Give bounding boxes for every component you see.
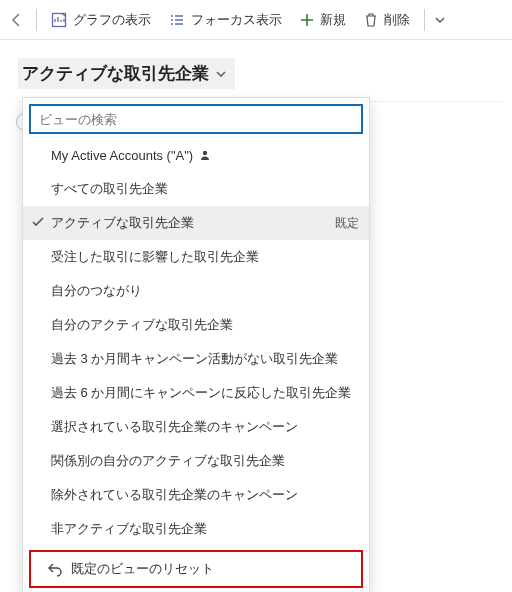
reset-default-view-button[interactable]: 既定のビューのリセット	[31, 552, 361, 586]
trash-icon	[364, 13, 378, 27]
delete-button[interactable]: 削除	[356, 4, 418, 36]
view-selector[interactable]: アクティブな取引先企業	[18, 58, 235, 89]
focus-view-button[interactable]: フォーカス表示	[161, 4, 290, 36]
reset-icon	[47, 561, 63, 577]
focus-view-label: フォーカス表示	[191, 11, 282, 29]
view-option[interactable]: 非アクティブな取引先企業	[23, 512, 369, 546]
view-option[interactable]: 受注した取引に影響した取引先企業	[23, 240, 369, 274]
view-option-label: 非アクティブな取引先企業	[51, 520, 207, 538]
new-label: 新規	[320, 11, 346, 29]
chevron-down-icon	[215, 68, 227, 80]
view-option-label: My Active Accounts ("A")	[51, 148, 193, 163]
show-chart-label: グラフの表示	[73, 11, 151, 29]
view-option-label: すべての取引先企業	[51, 180, 168, 198]
new-button[interactable]: 新規	[292, 4, 354, 36]
delete-label: 削除	[384, 11, 410, 29]
chevron-down-icon	[434, 14, 446, 26]
back-button[interactable]	[4, 7, 30, 33]
view-option-label: 除外されている取引先企業のキャンペーン	[51, 486, 298, 504]
view-search-wrap	[23, 98, 369, 138]
chart-icon	[51, 12, 67, 28]
view-list: My Active Accounts ("A")すべての取引先企業アクティブな取…	[23, 138, 369, 546]
view-option[interactable]: 過去 6 か月間にキャンペーンに反応した取引先企業	[23, 376, 369, 410]
check-icon	[31, 215, 45, 232]
view-option[interactable]: 関係別の自分のアクティブな取引先企業	[23, 444, 369, 478]
back-arrow-icon	[9, 12, 25, 28]
view-option[interactable]: 自分のつながり	[23, 274, 369, 308]
view-selector-row: アクティブな取引先企業	[0, 40, 512, 97]
delete-split-chevron[interactable]	[431, 14, 449, 26]
view-option[interactable]: アクティブな取引先企業既定	[23, 206, 369, 240]
toolbar-separator	[424, 9, 425, 31]
reset-default-view-label: 既定のビューのリセット	[71, 560, 214, 578]
show-chart-button[interactable]: グラフの表示	[43, 4, 159, 36]
person-icon	[199, 149, 211, 161]
view-option-label: 自分のつながり	[51, 282, 142, 300]
toolbar-separator	[36, 9, 37, 31]
view-option-label: 選択されている取引先企業のキャンペーン	[51, 418, 298, 436]
command-bar: グラフの表示 フォーカス表示 新規 削除	[0, 0, 512, 40]
view-option-label: 受注した取引に影響した取引先企業	[51, 248, 259, 266]
view-option-label: 関係別の自分のアクティブな取引先企業	[51, 452, 285, 470]
view-option-label: アクティブな取引先企業	[51, 214, 194, 232]
view-option[interactable]: 過去 3 か月間キャンペーン活動がない取引先企業	[23, 342, 369, 376]
view-option[interactable]: 除外されている取引先企業のキャンペーン	[23, 478, 369, 512]
view-option-label: 過去 6 か月間にキャンペーンに反応した取引先企業	[51, 384, 351, 402]
svg-point-1	[203, 151, 207, 155]
view-title-text: アクティブな取引先企業	[22, 62, 209, 85]
view-option-label: 自分のアクティブな取引先企業	[51, 316, 233, 334]
view-option[interactable]: 選択されている取引先企業のキャンペーン	[23, 410, 369, 444]
view-option[interactable]: 自分のアクティブな取引先企業	[23, 308, 369, 342]
reset-default-view-highlight: 既定のビューのリセット	[29, 550, 363, 588]
view-option[interactable]: My Active Accounts ("A")	[23, 138, 369, 172]
content-area: My Active Accounts ("A")すべての取引先企業アクティブな取…	[0, 97, 512, 141]
view-option[interactable]: すべての取引先企業	[23, 172, 369, 206]
view-option-label: 過去 3 か月間キャンペーン活動がない取引先企業	[51, 350, 338, 368]
plus-icon	[300, 13, 314, 27]
view-search-input[interactable]	[29, 104, 363, 134]
default-badge: 既定	[335, 215, 359, 232]
focus-icon	[169, 12, 185, 28]
view-dropdown: My Active Accounts ("A")すべての取引先企業アクティブな取…	[22, 97, 370, 592]
